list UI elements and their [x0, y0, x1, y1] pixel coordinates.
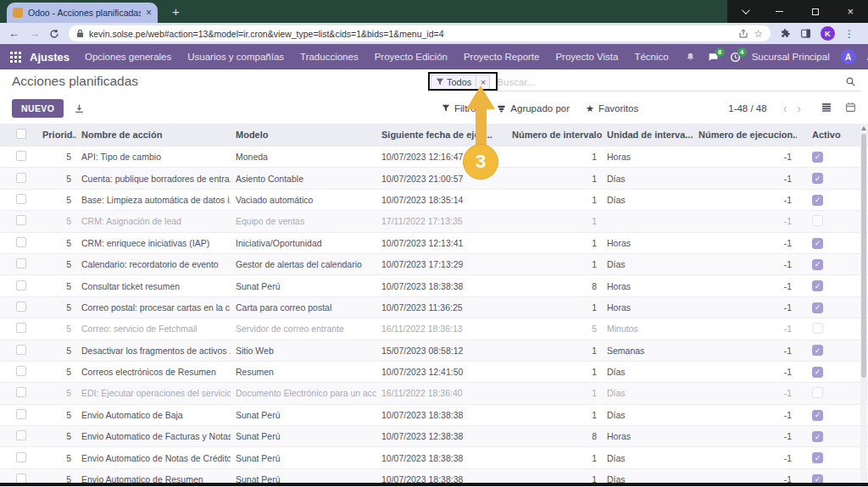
window-close-icon[interactable]: × — [848, 6, 854, 17]
bell-icon[interactable] — [685, 52, 696, 63]
table-row[interactable]: 5CRM: enriquece iniciativas (IAP)Iniciat… — [0, 232, 868, 253]
window-restore-icon[interactable] — [812, 8, 819, 15]
table-row[interactable]: 5EDI: Ejecutar operaciones del servicio … — [0, 382, 868, 403]
row-checkbox[interactable] — [16, 258, 26, 268]
vertical-scrollbar[interactable] — [860, 124, 867, 487]
side-panel-icon[interactable] — [800, 28, 811, 39]
active-checkbox[interactable]: ✓ — [812, 238, 823, 249]
new-button[interactable]: NUEVO — [12, 99, 64, 118]
row-checkbox[interactable] — [16, 302, 26, 312]
window-chevron-icon[interactable] — [742, 6, 750, 14]
table-row[interactable]: 5Envio Automatico de Notas de CréditoSun… — [0, 446, 868, 468]
pager-prev-icon[interactable]: ‹ — [778, 102, 793, 114]
row-checkbox[interactable] — [16, 280, 26, 291]
table-row[interactable]: 5Correos electrónicos de ResumenResumen1… — [0, 361, 868, 382]
table-row[interactable]: 5Correo postal: procesar cartas en la c.… — [0, 296, 868, 318]
forward-icon[interactable]: → — [29, 28, 40, 39]
nav-menu-4[interactable]: Proyecto Reporte — [464, 52, 540, 62]
table-row[interactable]: 5CRM: Asignación de leadEquipo de ventas… — [0, 210, 868, 231]
search-bar[interactable]: Todos × Buscar... — [431, 73, 861, 91]
active-checkbox[interactable]: ✓ — [812, 345, 823, 356]
active-checkbox[interactable]: ✓ — [812, 452, 823, 463]
active-checkbox[interactable]: ✓ — [812, 302, 823, 313]
tab-close-icon[interactable]: × — [146, 8, 152, 18]
row-checkbox[interactable] — [16, 194, 26, 204]
row-checkbox[interactable] — [16, 237, 26, 247]
active-checkbox[interactable] — [812, 387, 823, 398]
column-header-1[interactable]: Nombre de acción — [76, 130, 231, 140]
table-row[interactable]: 5Envio Automatico de BajaSunat Perú10/07… — [0, 404, 868, 425]
table-row[interactable]: 5Correo: servicio de FetchmailServidor d… — [0, 318, 868, 339]
row-checkbox[interactable] — [16, 366, 26, 376]
table-row[interactable]: 5Desactivar los fragmentos de activos ..… — [0, 340, 868, 361]
column-header-0[interactable]: Priorid... — [37, 130, 76, 140]
active-checkbox[interactable]: ✓ — [812, 152, 823, 163]
browser-tab[interactable]: Odoo - Acciones planificadas × — [7, 3, 158, 23]
active-checkbox[interactable]: ✓ — [812, 195, 823, 206]
column-header-4[interactable]: Número de intervalos — [507, 130, 602, 140]
new-tab-button[interactable]: + — [172, 4, 180, 19]
activities-clock-icon[interactable]: 4 — [730, 52, 741, 63]
row-checkbox[interactable] — [16, 452, 26, 462]
table-row[interactable]: 5API: Tipo de cambioMoneda10/07/2023 12:… — [0, 146, 868, 167]
nav-menu-6[interactable]: Técnico — [634, 52, 668, 62]
row-checkbox[interactable] — [16, 323, 26, 333]
nav-menu-0[interactable]: Opciones generales — [85, 52, 171, 62]
column-header-7[interactable]: Activo — [797, 130, 844, 140]
pager-range[interactable]: 1-48 / 48 — [728, 103, 766, 113]
back-icon[interactable]: ← — [8, 28, 19, 39]
active-checkbox[interactable]: ✓ — [812, 259, 823, 270]
table-row[interactable]: 5Calendario: recordatorio de eventoGesto… — [0, 253, 868, 274]
messages-icon[interactable]: 8 — [707, 52, 719, 63]
active-checkbox[interactable] — [812, 215, 823, 226]
row-checkbox[interactable] — [16, 387, 26, 397]
column-header-3[interactable]: Siguiente fecha de ejec... — [376, 130, 507, 140]
scroll-up-icon[interactable] — [861, 126, 866, 130]
table-row[interactable]: 5Cuenta: publique borradores de entra...… — [0, 167, 868, 188]
search-icon[interactable] — [845, 76, 856, 87]
url-text[interactable]: kevin.solse.pe/web#action=13&model=ir.cr… — [89, 29, 733, 39]
url-bar[interactable]: kevin.solse.pe/web#action=13&model=ir.cr… — [69, 25, 771, 42]
table-row[interactable]: 5Envio Automatico de Facturas y Notas...… — [0, 425, 868, 446]
select-all-checkbox[interactable] — [16, 129, 26, 139]
table-row[interactable]: 5Base: Limpieza automática de datos i...… — [0, 189, 868, 210]
browser-profile-avatar[interactable]: K — [821, 26, 835, 41]
row-checkbox[interactable] — [16, 430, 26, 440]
list-view-icon[interactable] — [821, 101, 832, 116]
search-placeholder[interactable]: Buscar... — [497, 77, 535, 87]
company-switcher[interactable]: Sucursal Principal — [752, 52, 830, 62]
pager-next-icon[interactable]: › — [792, 102, 806, 114]
column-header-2[interactable]: Modelo — [231, 130, 376, 140]
browser-menu-icon[interactable]: ⋮ — [844, 28, 854, 40]
table-row[interactable]: 5Consultar ticket resumenSunat Perú10/07… — [0, 274, 868, 296]
group-by-button[interactable]: Agrupado por — [497, 103, 570, 113]
nav-menu-2[interactable]: Traducciones — [300, 52, 359, 62]
active-checkbox[interactable]: ✓ — [812, 280, 823, 291]
scrollbar-thumb[interactable] — [861, 134, 866, 378]
row-checkbox[interactable] — [16, 215, 26, 225]
refresh-icon[interactable] — [49, 29, 59, 39]
share-icon[interactable] — [738, 29, 748, 39]
column-header-5[interactable]: Unidad de interva... — [602, 130, 693, 140]
apps-grid-icon[interactable] — [10, 52, 21, 63]
row-checkbox[interactable] — [16, 409, 26, 419]
extensions-puzzle-icon[interactable] — [780, 28, 791, 39]
active-checkbox[interactable]: ✓ — [812, 173, 823, 184]
export-icon[interactable] — [74, 103, 85, 114]
calendar-view-icon[interactable] — [845, 101, 856, 116]
active-checkbox[interactable] — [812, 323, 823, 334]
user-avatar[interactable]: A — [841, 49, 856, 64]
nav-menu-1[interactable]: Usuarios y compañías — [187, 52, 284, 62]
column-header-6[interactable]: Número de ejecucion... — [693, 130, 797, 140]
favorites-button[interactable]: ★ Favoritos — [586, 103, 638, 114]
app-name[interactable]: Ajustes — [30, 51, 70, 64]
active-checkbox[interactable]: ✓ — [812, 367, 823, 378]
row-checkbox[interactable] — [16, 151, 26, 161]
row-checkbox[interactable] — [16, 173, 26, 183]
nav-menu-5[interactable]: Proyecto Vista — [555, 52, 618, 62]
active-checkbox[interactable]: ✓ — [812, 431, 823, 442]
active-checkbox[interactable]: ✓ — [812, 410, 823, 421]
row-checkbox[interactable] — [16, 345, 26, 355]
nav-menu-3[interactable]: Proyecto Edición — [375, 52, 448, 62]
bookmark-star-icon[interactable]: ☆ — [754, 28, 763, 40]
